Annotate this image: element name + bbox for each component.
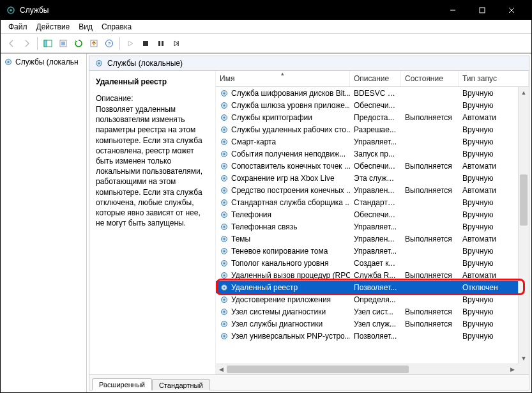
refresh-button[interactable] [72,36,86,50]
table-row[interactable]: Стандартная служба сборщика ...Стандартн… [216,196,529,208]
service-name: Телефонная связь [231,222,297,231]
svg-text:?: ? [108,41,111,47]
column-state[interactable]: Состояние [401,71,459,86]
maximize-button[interactable] [467,1,497,20]
scroll-thumb[interactable] [520,174,528,226]
properties-button[interactable] [56,36,70,50]
right-pane: Службы (локальные) Удаленный реестр Опис… [89,56,529,390]
table-row[interactable]: События получения неподвиж...Запуск пр..… [216,148,529,160]
table-row[interactable]: Службы удаленных рабочих сто...Разрешае.… [216,123,529,135]
table-row[interactable]: Узел системы диагностикиУзел сист...Выпо… [216,305,529,318]
svg-point-32 [224,141,225,143]
restart-service-button[interactable] [169,36,183,50]
tree-pane[interactable]: Службы (локальн [1,54,87,392]
minimize-button[interactable] [438,1,467,20]
service-name: Служба шлюза уровня приложе... [231,101,350,110]
show-hide-tree-button[interactable] [41,36,55,50]
svg-point-46 [224,226,225,227]
menu-help[interactable]: Справка [98,21,135,33]
column-name[interactable]: Имя ▴ [216,71,350,86]
service-description: Стандартн... [350,197,401,208]
start-service-button[interactable] [123,36,137,50]
export-list-button[interactable] [87,36,101,50]
table-row[interactable]: Сопоставитель конечных точек ...Обеспечи… [216,160,529,172]
list-body[interactable]: Служба шифрования дисков Bit...BDESVC пр… [216,87,529,374]
service-state [401,178,459,179]
svg-point-54 [224,274,225,276]
horizontal-scrollbar[interactable]: ◀ ▶ [216,364,518,374]
service-state [401,153,459,155]
scroll-left-icon[interactable]: ◀ [216,364,227,374]
gear-icon [95,59,103,68]
service-state [401,105,459,106]
table-row[interactable]: Служба шифрования дисков Bit...BDESVC пр… [216,87,529,99]
gear-icon [220,137,229,146]
pause-service-button[interactable] [154,36,168,50]
scroll-right-icon[interactable]: ▶ [507,364,518,374]
service-name: Теневое копирование тома [231,247,328,256]
stop-service-button[interactable] [139,36,153,50]
service-description: Управлен... [350,185,401,196]
menu-view[interactable]: Вид [75,21,96,33]
table-row[interactable]: Удаленный реестрПозволяет...Отключен [216,281,529,293]
service-state [401,129,459,130]
vertical-scrollbar[interactable]: ▲ ▼ [518,87,529,364]
service-description: Разрешае... [350,125,401,135]
table-row[interactable]: Узел службы диагностикиУзел служ...Выпол… [216,318,529,330]
table-row[interactable]: Телефонная связьУправляет...Вручную [216,220,529,233]
service-description: Служба R... [350,270,401,281]
back-button[interactable] [4,36,19,50]
menu-file[interactable]: Файл [4,21,31,33]
app-gear-icon [6,5,16,15]
service-description: Управляет... [350,222,401,232]
service-name: Стандартная служба сборщика ... [231,198,350,207]
table-row[interactable]: Узел универсальных PNP-устро...Позволяет… [216,330,529,342]
service-name: Службы удаленных рабочих сто... [231,125,350,134]
table-row[interactable]: Службы криптографииПредоста...Выполняетс… [216,111,529,123]
service-description: Позволяет... [350,331,401,341]
table-row[interactable]: Тополог канального уровняСоздает к...Вру… [216,257,529,269]
service-state: Выполняется [401,161,459,171]
service-state: Выполняется [401,234,459,244]
service-state [401,263,459,264]
svg-point-1 [10,9,12,12]
gear-icon [220,150,229,158]
table-row[interactable]: Смарт-картаУправляет...Вручную [216,135,529,148]
list-header: Имя ▴ Описание Состояние Тип запус [216,71,529,87]
service-description: Позволяет... [350,282,401,293]
tab-extended[interactable]: Расширенный [92,378,152,390]
service-name: Службы криптографии [231,113,312,122]
gear-icon [220,113,229,122]
column-description[interactable]: Описание [350,71,401,86]
scroll-down-icon[interactable]: ▼ [519,353,529,364]
tree-root-services[interactable]: Службы (локальн [2,56,85,68]
view-tabs: Расширенный Стандартный [89,374,529,390]
svg-point-56 [224,286,225,288]
toolbar-separator [119,37,120,50]
column-startup[interactable]: Тип запус [459,71,529,86]
service-state [401,202,459,203]
table-row[interactable]: Сохранение игр на Xbox LiveЭта служб...В… [216,172,529,184]
forward-button[interactable] [20,36,34,50]
table-row[interactable]: Служба шлюза уровня приложе...Обеспечи..… [216,99,529,111]
menu-action[interactable]: Действие [33,21,74,33]
table-row[interactable]: Удаленный вызов процедур (RPC)Служба R..… [216,269,529,281]
scroll-up-icon[interactable]: ▲ [519,87,529,98]
service-state [401,214,459,215]
help-button[interactable]: ? [102,36,116,50]
service-name: Средство построения конечных ... [231,186,350,195]
tab-standard[interactable]: Стандартный [152,379,210,390]
table-row[interactable]: ТемыУправлен...ВыполняетсяАвтомати [216,233,529,245]
svg-point-26 [224,104,225,106]
service-description: Определя... [350,295,401,305]
close-button[interactable] [497,1,526,20]
gear-icon [220,89,229,98]
table-row[interactable]: Средство построения конечных ...Управлен… [216,184,529,196]
gear-icon [220,320,229,328]
table-row[interactable]: ТелефонияОбеспечи...Вручную [216,208,529,220]
svg-point-20 [8,61,10,63]
scroll-thumb[interactable] [227,366,409,373]
main-area: Службы (локальн Службы (локальные) Удале… [1,53,531,392]
table-row[interactable]: Удостоверение приложенияОпределя...Вручн… [216,293,529,305]
table-row[interactable]: Теневое копирование томаУправляет...Вруч… [216,245,529,257]
